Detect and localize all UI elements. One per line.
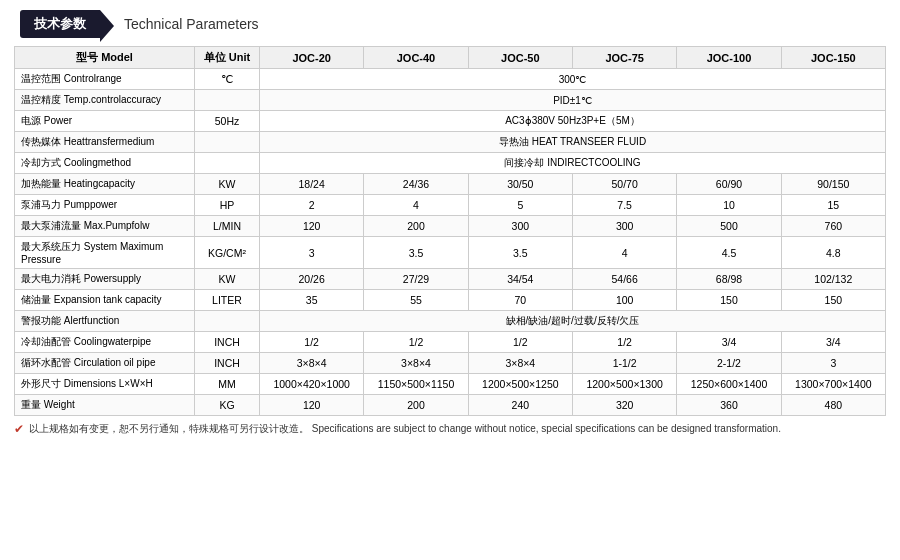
cell-13-0: 3×8×4 [260, 353, 364, 374]
col-header-0: 型号 Model [15, 47, 195, 69]
row-unit-14: MM [195, 374, 260, 395]
table-row: 冷却方式 Coolingmethod间接冷却 INDIRECTCOOLING [15, 153, 886, 174]
cell-15-1: 200 [364, 395, 468, 416]
row-label-0: 温控范围 Controlrange [15, 69, 195, 90]
footer-note: ✔ 以上规格如有变更，恕不另行通知，特殊规格可另行设计改造。 Specifica… [0, 416, 900, 436]
table-row: 最大系统压力 System Maximum PressureKG/CM²33.5… [15, 237, 886, 269]
row-unit-15: KG [195, 395, 260, 416]
cell-6-3: 7.5 [572, 195, 676, 216]
cell-15-5: 480 [781, 395, 885, 416]
cell-6-1: 4 [364, 195, 468, 216]
table-row: 温控范围 Controlrange℃300℃ [15, 69, 886, 90]
cell-6-2: 5 [468, 195, 572, 216]
table-row: 最大泵浦流量 Max.PumpfolwL/MIN1202003003005007… [15, 216, 886, 237]
row-merged-value-2: AC3ϕ380V 50Hz3P+E（5M） [260, 111, 886, 132]
cell-12-4: 3/4 [677, 332, 781, 353]
cell-10-0: 35 [260, 290, 364, 311]
row-merged-value-3: 导热油 HEAT TRANSEER FLUID [260, 132, 886, 153]
cell-15-0: 120 [260, 395, 364, 416]
row-label-6: 泵浦马力 Pumppower [15, 195, 195, 216]
cell-15-2: 240 [468, 395, 572, 416]
row-label-14: 外形尺寸 Dimensions L×W×H [15, 374, 195, 395]
row-merged-value-0: 300℃ [260, 69, 886, 90]
col-header-5: JOC-75 [572, 47, 676, 69]
cell-10-1: 55 [364, 290, 468, 311]
table-row: 警报功能 Alertfunction缺相/缺油/超时/过载/反转/欠压 [15, 311, 886, 332]
cell-13-5: 3 [781, 353, 885, 374]
row-label-8: 最大系统压力 System Maximum Pressure [15, 237, 195, 269]
cell-7-2: 300 [468, 216, 572, 237]
cell-5-4: 60/90 [677, 174, 781, 195]
cell-8-3: 4 [572, 237, 676, 269]
cell-7-3: 300 [572, 216, 676, 237]
row-label-15: 重量 Weight [15, 395, 195, 416]
row-unit-7: L/MIN [195, 216, 260, 237]
row-label-13: 循环水配管 Circulation oil pipe [15, 353, 195, 374]
row-unit-5: KW [195, 174, 260, 195]
cell-14-0: 1000×420×1000 [260, 374, 364, 395]
col-header-1: 单位 Unit [195, 47, 260, 69]
row-label-1: 温控精度 Temp.controlaccuracy [15, 90, 195, 111]
cell-14-4: 1250×600×1400 [677, 374, 781, 395]
cell-10-3: 100 [572, 290, 676, 311]
row-label-4: 冷却方式 Coolingmethod [15, 153, 195, 174]
row-label-9: 最大电力消耗 Powersupply [15, 269, 195, 290]
col-header-3: JOC-40 [364, 47, 468, 69]
cell-9-0: 20/26 [260, 269, 364, 290]
table-row: 温控精度 Temp.controlaccuracyPID±1℃ [15, 90, 886, 111]
cell-9-4: 68/98 [677, 269, 781, 290]
cell-12-0: 1/2 [260, 332, 364, 353]
cell-12-5: 3/4 [781, 332, 885, 353]
cell-8-5: 4.8 [781, 237, 885, 269]
cell-15-3: 320 [572, 395, 676, 416]
cell-5-2: 30/50 [468, 174, 572, 195]
cell-7-5: 760 [781, 216, 885, 237]
row-unit-1 [195, 90, 260, 111]
section-title: Technical Parameters [124, 16, 259, 32]
table-row: 重量 WeightKG120200240320360480 [15, 395, 886, 416]
cell-6-0: 2 [260, 195, 364, 216]
row-label-11: 警报功能 Alertfunction [15, 311, 195, 332]
row-label-12: 冷却油配管 Coolingwaterpipe [15, 332, 195, 353]
row-unit-0: ℃ [195, 69, 260, 90]
cell-9-1: 27/29 [364, 269, 468, 290]
cell-13-3: 1-1/2 [572, 353, 676, 374]
tech-params-table: 型号 Model单位 UnitJOC-20JOC-40JOC-50JOC-75J… [14, 46, 886, 416]
cell-10-2: 70 [468, 290, 572, 311]
cell-14-2: 1200×500×1250 [468, 374, 572, 395]
cell-6-4: 10 [677, 195, 781, 216]
cell-8-4: 4.5 [677, 237, 781, 269]
cell-7-4: 500 [677, 216, 781, 237]
cell-8-1: 3.5 [364, 237, 468, 269]
cell-5-3: 50/70 [572, 174, 676, 195]
table-row: 循环水配管 Circulation oil pipeINCH3×8×43×8×4… [15, 353, 886, 374]
row-label-7: 最大泵浦流量 Max.Pumpfolw [15, 216, 195, 237]
col-header-4: JOC-50 [468, 47, 572, 69]
tech-table-container: 型号 Model单位 UnitJOC-20JOC-40JOC-50JOC-75J… [0, 46, 900, 416]
row-merged-value-4: 间接冷却 INDIRECTCOOLING [260, 153, 886, 174]
table-row: 储油量 Expansion tank capacityLITER35557010… [15, 290, 886, 311]
table-row: 电源 Power50HzAC3ϕ380V 50Hz3P+E（5M） [15, 111, 886, 132]
table-row: 外形尺寸 Dimensions L×W×HMM1000×420×10001150… [15, 374, 886, 395]
table-row: 传热媒体 Heattransfermedium导热油 HEAT TRANSEER… [15, 132, 886, 153]
page-header: 技术参数 Technical Parameters [0, 0, 900, 46]
cell-13-2: 3×8×4 [468, 353, 572, 374]
cell-13-4: 2-1/2 [677, 353, 781, 374]
row-unit-11 [195, 311, 260, 332]
footer-text: 以上规格如有变更，恕不另行通知，特殊规格可另行设计改造。 Specificati… [29, 422, 781, 436]
cell-7-0: 120 [260, 216, 364, 237]
check-icon: ✔ [14, 422, 24, 436]
row-unit-6: HP [195, 195, 260, 216]
row-unit-2: 50Hz [195, 111, 260, 132]
cell-12-3: 1/2 [572, 332, 676, 353]
table-header-row: 型号 Model单位 UnitJOC-20JOC-40JOC-50JOC-75J… [15, 47, 886, 69]
cell-5-0: 18/24 [260, 174, 364, 195]
cell-7-1: 200 [364, 216, 468, 237]
table-row: 加热能量 HeatingcapacityKW18/2424/3630/5050/… [15, 174, 886, 195]
row-label-3: 传热媒体 Heattransfermedium [15, 132, 195, 153]
row-label-2: 电源 Power [15, 111, 195, 132]
table-body: 温控范围 Controlrange℃300℃温控精度 Temp.controla… [15, 69, 886, 416]
cell-14-3: 1200×500×1300 [572, 374, 676, 395]
row-unit-12: INCH [195, 332, 260, 353]
row-unit-9: KW [195, 269, 260, 290]
